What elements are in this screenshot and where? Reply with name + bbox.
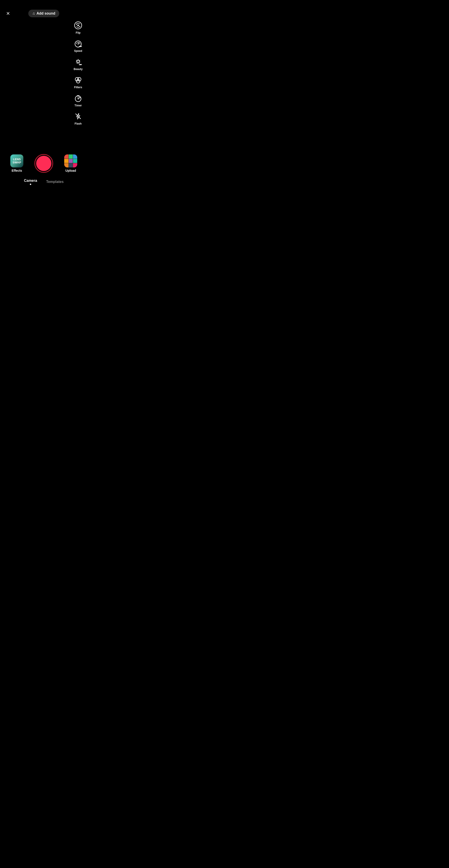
timer-label: Timer xyxy=(74,104,82,107)
flash-label: Flash xyxy=(74,122,82,125)
camera-screen: × ♫ Add sound Flip xyxy=(0,0,88,189)
timer-icon: 3 xyxy=(73,93,83,103)
record-button[interactable] xyxy=(34,154,53,173)
effects-label: Effects xyxy=(12,169,22,173)
tab-camera-label: Camera xyxy=(24,179,37,183)
tab-camera[interactable]: Camera xyxy=(24,179,37,185)
svg-point-15 xyxy=(78,98,79,99)
beauty-control[interactable]: OFF Beauty xyxy=(71,57,85,71)
svg-point-4 xyxy=(78,43,79,44)
upload-cell-6 xyxy=(73,159,77,163)
add-sound-label: Add sound xyxy=(37,11,56,16)
effects-button[interactable]: LENS SWAP Effects xyxy=(9,154,25,173)
tab-bar: Camera Templates xyxy=(0,177,88,189)
music-note-icon: ♫ xyxy=(32,11,35,16)
record-button-inner xyxy=(36,156,52,171)
upload-button[interactable]: Upload xyxy=(63,154,79,173)
tab-templates[interactable]: Templates xyxy=(46,180,63,184)
upload-cell-1 xyxy=(64,154,68,159)
top-bar: × ♫ Add sound xyxy=(0,0,88,18)
capture-row: LENS SWAP Effects xyxy=(0,154,88,173)
flash-control[interactable]: Flash xyxy=(71,111,85,125)
beauty-label: Beauty xyxy=(73,68,83,71)
speed-label: Speed xyxy=(74,50,82,53)
upload-cell-9 xyxy=(73,163,77,167)
upload-cell-8 xyxy=(69,163,73,167)
upload-cell-4 xyxy=(64,159,68,163)
svg-text:OFF: OFF xyxy=(79,46,82,47)
svg-text:3: 3 xyxy=(79,96,80,98)
bottom-area: LENS SWAP Effects xyxy=(0,154,88,189)
svg-text:OFF: OFF xyxy=(79,64,82,65)
filters-control[interactable]: Filters xyxy=(71,75,85,89)
upload-icon xyxy=(64,154,77,167)
timer-control[interactable]: 3 Timer xyxy=(71,93,85,107)
close-icon: × xyxy=(6,10,10,17)
upload-cell-5 xyxy=(69,159,73,163)
add-sound-button[interactable]: ♫ Add sound xyxy=(28,10,59,17)
close-button[interactable]: × xyxy=(4,9,12,18)
speed-icon: OFF xyxy=(73,38,83,49)
lens-swap-line1: LENS xyxy=(12,158,21,161)
tab-templates-label: Templates xyxy=(46,180,63,184)
upload-cell-2 xyxy=(69,154,73,159)
svg-point-1 xyxy=(78,25,79,26)
right-controls: Flip OFF Speed OFF xyxy=(71,20,85,129)
filters-label: Filters xyxy=(74,86,82,89)
upload-cell-7 xyxy=(64,163,68,167)
flash-icon xyxy=(73,111,83,121)
flip-control[interactable]: Flip xyxy=(71,20,85,34)
lens-swap-line2: SWAP xyxy=(12,161,21,164)
speed-control[interactable]: OFF Speed xyxy=(71,38,85,53)
filters-icon xyxy=(73,75,83,85)
upload-cell-3 xyxy=(73,154,77,159)
beauty-icon: OFF xyxy=(73,57,83,67)
upload-label: Upload xyxy=(65,169,76,173)
flip-label: Flip xyxy=(76,31,80,34)
flip-icon xyxy=(73,20,83,31)
tab-camera-indicator xyxy=(30,184,31,185)
lens-swap-icon: LENS SWAP xyxy=(10,154,23,167)
